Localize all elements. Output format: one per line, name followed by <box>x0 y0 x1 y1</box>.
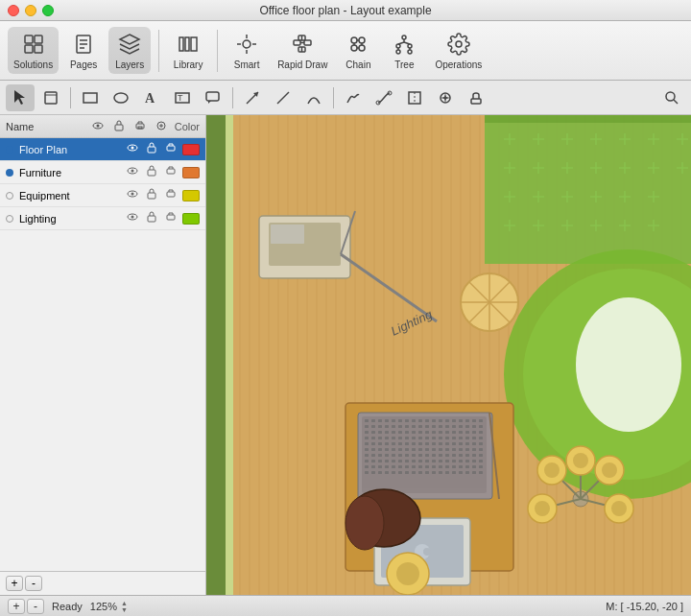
add-page-button[interactable]: + <box>8 599 25 614</box>
library-label: Library <box>174 59 203 70</box>
search-button[interactable] <box>658 84 685 111</box>
svg-point-410 <box>535 501 550 516</box>
svg-rect-1 <box>35 36 42 43</box>
color-swatch-lighting[interactable] <box>182 213 200 225</box>
color-swatch-floor-plan[interactable] <box>182 144 200 155</box>
text-tool[interactable]: A <box>137 84 166 111</box>
text-select-tool[interactable] <box>36 84 65 111</box>
svg-rect-82 <box>148 193 155 199</box>
svg-rect-347 <box>439 460 442 462</box>
svg-marker-43 <box>14 90 25 105</box>
svg-rect-244 <box>472 425 476 428</box>
svg-rect-239 <box>439 425 442 428</box>
svg-rect-250 <box>392 431 395 434</box>
layers-color-header: Color <box>175 121 200 132</box>
svg-rect-279 <box>465 437 469 439</box>
svg-rect-379 <box>412 471 416 474</box>
lock-icon-equipment[interactable] <box>146 188 157 202</box>
svg-rect-90 <box>226 115 233 595</box>
zoom-stepper[interactable]: ▲ ▼ <box>121 600 128 613</box>
connector-tool[interactable] <box>369 84 398 111</box>
toolbar-rapid-draw[interactable]: Rapid Draw <box>272 27 333 74</box>
svg-rect-263 <box>479 431 483 434</box>
toolbar-chain[interactable]: Chain <box>337 27 379 74</box>
lock-icon-floor-plan[interactable] <box>146 142 157 156</box>
rapid-draw-label: Rapid Draw <box>277 59 327 70</box>
svg-point-62 <box>666 92 675 101</box>
svg-rect-358 <box>392 465 395 468</box>
toolbar-pages[interactable]: Pages <box>62 27 105 74</box>
draw-sep-3 <box>333 87 334 108</box>
toolbar-layers[interactable]: Layers <box>108 27 151 74</box>
svg-rect-323 <box>398 454 402 457</box>
lock-icon-lighting[interactable] <box>146 211 157 225</box>
svg-rect-75 <box>167 146 175 151</box>
maximize-button[interactable] <box>42 5 54 16</box>
remove-page-button[interactable]: - <box>27 599 44 614</box>
zoom-control[interactable]: 125% ▲ ▼ <box>90 600 128 613</box>
format-tool[interactable] <box>431 84 460 111</box>
zoom-up-arrow[interactable]: ▲ <box>121 600 128 606</box>
freehand-tool[interactable] <box>339 84 368 111</box>
layer-row-floor-plan[interactable]: Floor Plan <box>0 138 205 161</box>
zoom-down-arrow[interactable]: ▼ <box>121 606 128 613</box>
toolbar-solutions[interactable]: Solutions <box>8 27 59 74</box>
svg-rect-68 <box>138 127 142 129</box>
color-swatch-equipment[interactable] <box>182 190 200 201</box>
svg-rect-326 <box>418 454 422 457</box>
eye-icon-furniture[interactable] <box>127 165 138 179</box>
arc-tool[interactable] <box>299 84 328 111</box>
svg-rect-285 <box>385 442 389 445</box>
ellipse-tool[interactable] <box>107 84 135 111</box>
svg-rect-307 <box>412 448 416 451</box>
svg-rect-293 <box>439 442 442 445</box>
text-block-tool[interactable]: T <box>168 84 197 111</box>
eye-icon-lighting[interactable] <box>127 211 138 225</box>
svg-rect-296 <box>459 442 463 445</box>
stamp-tool[interactable] <box>462 84 490 111</box>
visibility-header-icon <box>92 120 104 133</box>
toolbar-tree[interactable]: Tree <box>383 27 425 74</box>
canvas-area[interactable]: Lighting <box>206 115 691 595</box>
layer-row-equipment[interactable]: Equipment <box>0 184 205 207</box>
print-icon-equipment[interactable] <box>165 188 177 202</box>
svg-rect-334 <box>472 454 476 457</box>
svg-rect-288 <box>405 442 409 445</box>
svg-rect-264 <box>365 437 369 439</box>
lock-icon-furniture[interactable] <box>146 165 157 179</box>
toolbar-separator-1 <box>158 30 159 72</box>
line-tool[interactable] <box>269 84 298 111</box>
minimize-button[interactable] <box>25 5 36 16</box>
svg-point-36 <box>408 50 412 54</box>
arrow-tool[interactable] <box>238 84 267 111</box>
svg-rect-377 <box>398 471 402 474</box>
eye-icon-floor-plan[interactable] <box>127 142 138 156</box>
remove-layer-button[interactable]: - <box>25 576 42 591</box>
eye-icon-equipment[interactable] <box>127 188 138 202</box>
svg-rect-364 <box>432 465 436 468</box>
print-icon-furniture[interactable] <box>165 165 177 179</box>
chain-icon <box>345 31 371 58</box>
rectangle-tool[interactable] <box>76 84 105 111</box>
layer-row-furniture[interactable]: Furniture <box>0 161 205 184</box>
svg-marker-8 <box>120 35 139 44</box>
toolbar-smart[interactable]: Smart <box>226 27 268 74</box>
print-icon-floor-plan[interactable] <box>165 142 177 156</box>
svg-rect-255 <box>425 431 429 434</box>
svg-rect-237 <box>425 425 429 428</box>
svg-rect-371 <box>479 465 483 468</box>
svg-rect-46 <box>83 93 97 103</box>
crop-tool[interactable] <box>400 84 429 111</box>
callout-tool[interactable] <box>199 84 227 111</box>
layer-row-lighting[interactable]: Lighting <box>0 207 205 230</box>
svg-rect-309 <box>425 448 429 451</box>
color-swatch-furniture[interactable] <box>182 167 200 178</box>
select-tool[interactable] <box>6 84 35 111</box>
svg-rect-363 <box>425 465 429 468</box>
toolbar-library[interactable]: Library <box>167 27 209 74</box>
close-button[interactable] <box>8 5 19 16</box>
toolbar-operations[interactable]: Operations <box>429 27 488 74</box>
print-icon-lighting[interactable] <box>165 211 177 225</box>
svg-rect-216 <box>405 419 409 422</box>
add-layer-button[interactable]: + <box>6 576 23 591</box>
